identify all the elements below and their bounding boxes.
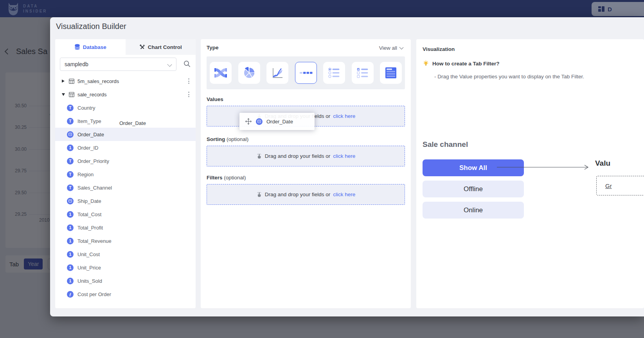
builder-panel: Type View all [201,39,411,308]
table-name: sale_records [77,92,106,98]
database-icon [74,44,80,50]
table-icon [69,92,74,97]
database-panel: Database Chart Control sampledb [55,39,196,308]
line-chart-icon [271,66,284,80]
chart-type-strip [207,56,405,89]
optional-suffix: (optional) [224,175,246,181]
visualization-header: Visualization [423,46,455,52]
brand-line2: INSIDER [23,9,47,14]
online-button[interactable]: Online [423,202,524,219]
number-field-icon: 1 [67,264,74,271]
sorting-dropzone[interactable]: Drag and drop your fields or click here [207,146,405,166]
field-row-unit-price[interactable]: 1 Unit_Price [55,261,196,274]
brand-text: DATA INSIDER [23,4,47,14]
kebab-menu-icon[interactable] [188,78,189,84]
field-row-total-revenue[interactable]: 1 Total_Revenue [55,234,196,248]
chart-type-radio-list[interactable] [323,62,345,84]
pie-chart-icon [243,66,256,80]
field-row-country[interactable]: T Country [55,101,196,114]
date-field-icon [67,198,74,204]
text-field-icon: T [67,171,74,178]
tab-filter-icon [299,66,313,80]
tab-database[interactable]: Database [55,39,126,55]
field-row-sales-channel[interactable]: T Sales_Channel [55,181,196,194]
filters-section-label: Filters (optional) [207,175,246,181]
chart-type-tab-filter[interactable] [295,62,317,84]
drag-hand-icon [256,192,262,198]
offline-button[interactable]: Offline [423,181,524,197]
tab-chart-control[interactable]: Chart Control [126,39,196,55]
listbox-icon [384,66,398,80]
text-field-icon: T [67,118,74,125]
field-row-units-sold[interactable]: 1 Units_Sold [55,274,196,287]
field-name: Unit_Price [77,265,101,271]
annotation-box: Gr [596,176,644,195]
dashboard-button-label: D [608,6,612,13]
chart-type-checkbox-list[interactable] [352,62,374,84]
annotation-link[interactable]: Gr [605,183,612,189]
lightbulb-icon [423,60,429,67]
number-field-icon: 1 [67,278,74,284]
field-name: Total_Profit [77,225,103,231]
field-name: Sales_Channel [77,185,112,191]
chart-type-line[interactable] [266,62,288,84]
visualization-builder-modal: Visualization Builder Database [50,17,644,316]
dragged-field-label: Order_Date [266,119,293,125]
app-root: Sales Sa 30.50 30.25 30.00 29.75 29.50 2… [0,0,644,338]
number-field-icon: 1 [67,238,74,244]
field-row-order-priority[interactable]: T Order_Priority [55,154,196,168]
drag-hand-icon [256,153,262,159]
field-name: Unit_Cost [77,251,100,257]
date-field-icon [67,131,74,138]
sorting-label: Sorting [207,136,225,142]
caret-down-icon[interactable] [62,93,66,96]
field-row-total-profit[interactable]: 1 Total_Profit [55,221,196,234]
dropzone-click-here-link[interactable]: click here [333,153,355,159]
database-select[interactable]: sampledb [60,58,176,71]
table-row[interactable]: sale_records [55,88,196,101]
filters-dropzone[interactable]: Drag and drop your fields or click here [207,184,405,205]
number-field-icon: 1 [67,211,74,218]
field-row-region[interactable]: T Region [55,168,196,181]
field-row-cost-per-order[interactable]: ƒ Cost per Order [55,287,196,301]
field-name: Order_ID [77,145,98,151]
sankey-icon [214,66,227,80]
kebab-menu-icon[interactable] [188,92,189,97]
optional-suffix: (optional) [227,136,248,142]
dragged-field-card[interactable]: Order_Date [239,113,315,130]
chevron-down-icon [399,45,404,50]
tab-database-label: Database [83,44,106,50]
field-name: Ship_Date [77,198,101,204]
checkbox-list-icon [356,66,369,80]
filters-label: Filters [207,175,223,181]
tip-body: - Drag the Value properties you want to … [434,74,584,80]
chevron-down-icon [167,62,172,67]
search-icon[interactable] [183,60,191,69]
dropzone-click-here-link[interactable]: click here [333,192,355,197]
preview-title: Sale channel [423,140,468,149]
field-row-unit-cost[interactable]: 1 Unit_Cost [55,248,196,261]
dropzone-click-here-link[interactable]: click here [333,113,355,119]
tip-row: How to create a Tab Filter? [423,60,500,67]
field-row-order-id[interactable]: 1 Order_ID [55,141,196,154]
field-row-total-cost[interactable]: 1 Total_Cost [55,208,196,221]
brand[interactable]: DATA INSIDER [6,1,47,16]
chart-type-listbox[interactable] [380,62,402,84]
panel-tabs: Database Chart Control [55,39,196,55]
view-all-button[interactable]: View all [379,45,403,51]
field-row-order-date[interactable]: Order_Date [55,128,196,141]
field-name: Region [77,172,94,177]
tab-chart-control-label: Chart Control [148,44,182,50]
table-row[interactable]: 5m_sales_records [55,74,196,88]
view-all-label: View all [379,45,397,51]
field-row-ship-date[interactable]: Ship_Date [55,194,196,208]
table-icon [69,79,74,84]
chart-type-sankey[interactable] [210,62,232,84]
field-name: Units_Sold [77,278,102,284]
field-name: Total_Revenue [77,238,112,244]
chart-type-pie[interactable] [238,62,260,84]
text-field-icon: T [67,184,74,191]
caret-right-icon[interactable] [62,80,66,83]
field-name: Total_Cost [77,211,101,217]
dashboard-button[interactable]: D [592,2,644,16]
